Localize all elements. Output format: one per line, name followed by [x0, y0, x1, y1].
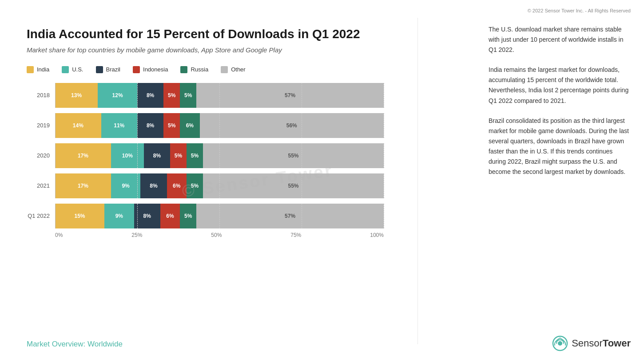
- bar-segment: 9%: [104, 204, 134, 228]
- bar-year-label: 2018: [27, 92, 50, 98]
- bar-segment: 6%: [167, 173, 187, 198]
- legend-color: [180, 66, 187, 73]
- bar-segment: 5%: [180, 83, 196, 108]
- bar-segment: 6%: [160, 204, 180, 228]
- bar-segment: 55%: [203, 173, 384, 198]
- bar-segment: 8%: [137, 83, 163, 108]
- right-panel-paragraph: India remains the largest market for dow…: [489, 65, 631, 106]
- footer-logo: SensorTower: [552, 335, 631, 351]
- bar-segment: 55%: [203, 143, 384, 168]
- right-panel-paragraph: The U.S. download market share remains s…: [489, 24, 631, 55]
- legend-item: Brazil: [96, 66, 121, 73]
- bar-segment: 14%: [55, 113, 101, 138]
- legend-item: Other: [221, 66, 246, 73]
- bar-wrapper: 13%12%8%5%5%57%: [55, 83, 384, 108]
- grid-line: [219, 143, 220, 168]
- footer-market-overview: Market Overview: Worldwide: [27, 340, 123, 349]
- legend-label: Brazil: [106, 66, 121, 73]
- logo-label: SensorTower: [572, 338, 631, 349]
- legend-label: Other: [231, 66, 246, 73]
- bar-year-label: 2019: [27, 122, 50, 129]
- copyright-text: © 2022 Sensor Tower Inc. - All Rights Re…: [528, 8, 631, 13]
- bar-row: 202017%10%8%5%5%55%: [27, 143, 391, 168]
- grid-line: [302, 83, 302, 108]
- sensor-tower-logo: SensorTower: [552, 335, 631, 351]
- grid-line: [55, 173, 56, 198]
- grid-line: [55, 204, 56, 228]
- divider: [417, 18, 418, 344]
- grid-line: [384, 83, 384, 108]
- bar-segment: 8%: [144, 143, 170, 168]
- logo-sensor: Sensor: [572, 338, 603, 349]
- bar-segment: 5%: [187, 173, 203, 198]
- chart-title: India Accounted for 15 Percent of Downlo…: [27, 27, 413, 42]
- bar-segment: 56%: [200, 113, 384, 138]
- bar-row: 201914%11%8%5%6%56%: [27, 113, 391, 138]
- grid-line: [384, 113, 384, 138]
- bar-segment: 8%: [140, 173, 167, 198]
- left-panel: India Accounted for 15 Percent of Downlo…: [27, 27, 413, 238]
- right-panel: The U.S. download market share remains s…: [489, 24, 631, 187]
- legend-item: Indonesia: [133, 66, 168, 73]
- grid-line: [55, 113, 56, 138]
- sensor-tower-icon: [552, 335, 568, 351]
- x-axis-label: 50%: [211, 232, 222, 238]
- grid-line: [219, 173, 220, 198]
- bar-segment: 57%: [196, 204, 384, 228]
- grid-line: [219, 204, 220, 228]
- grid-line: [384, 204, 384, 228]
- grid-line: [219, 113, 220, 138]
- legend-label: India: [37, 66, 49, 73]
- legend-label: Russia: [191, 66, 208, 73]
- bar-segment: 9%: [111, 173, 141, 198]
- right-panel-paragraph: Brazil consolidated its position as the …: [489, 116, 631, 177]
- grid-line: [55, 143, 56, 168]
- bar-wrapper: 17%10%8%5%5%55%: [55, 143, 384, 168]
- bar-wrapper: 17%9%8%6%5%55%: [55, 173, 384, 198]
- legend-color: [133, 66, 140, 73]
- bar-segment: 5%: [163, 83, 180, 108]
- legend-item: Russia: [180, 66, 208, 73]
- bar-row: 201813%12%8%5%5%57%: [27, 83, 391, 108]
- bar-year-label: Q1 2022: [27, 212, 50, 219]
- bar-segment: 5%: [187, 143, 203, 168]
- grid-line: [137, 173, 138, 198]
- x-axis-label: 100%: [370, 232, 384, 238]
- bar-wrapper: 14%11%8%5%6%56%: [55, 113, 384, 138]
- chart-area: 201813%12%8%5%5%57%201914%11%8%5%6%56%20…: [27, 83, 391, 238]
- grid-line: [137, 113, 138, 138]
- bar-segment: 5%: [170, 143, 187, 168]
- svg-point-1: [558, 341, 562, 346]
- x-axis-label: 75%: [290, 232, 301, 238]
- legend-color: [27, 66, 34, 73]
- legend-item: India: [27, 66, 49, 73]
- bar-segment: 5%: [180, 204, 196, 228]
- bar-wrapper: 15%9%8%6%5%57%: [55, 204, 384, 228]
- bar-segment: 5%: [163, 113, 180, 138]
- legend-color: [96, 66, 103, 73]
- x-axis-label: 0%: [55, 232, 63, 238]
- bar-year-label: 2020: [27, 152, 50, 159]
- grid-line: [384, 143, 384, 168]
- legend-label: Indonesia: [143, 66, 168, 73]
- grid-line: [302, 173, 302, 198]
- grid-line: [55, 83, 56, 108]
- grid-line: [137, 83, 138, 108]
- bar-segment: 8%: [134, 204, 160, 228]
- bar-segment: 12%: [98, 83, 137, 108]
- legend-color: [221, 66, 228, 73]
- legend-color: [62, 66, 69, 73]
- legend-label: U.S.: [72, 66, 83, 73]
- bar-segment: 13%: [55, 83, 98, 108]
- bar-row: 202117%9%8%6%5%55%: [27, 173, 391, 198]
- grid-line: [137, 204, 138, 228]
- legend-item: U.S.: [62, 66, 83, 73]
- chart-legend: IndiaU.S.BrazilIndonesiaRussiaOther: [27, 66, 413, 73]
- logo-tower: Tower: [603, 338, 631, 349]
- x-axis-label: 25%: [131, 232, 142, 238]
- bar-segment: 57%: [196, 83, 384, 108]
- grid-line: [137, 143, 138, 168]
- bar-year-label: 2021: [27, 182, 50, 189]
- bar-segment: 10%: [111, 143, 144, 168]
- grid-line: [302, 204, 302, 228]
